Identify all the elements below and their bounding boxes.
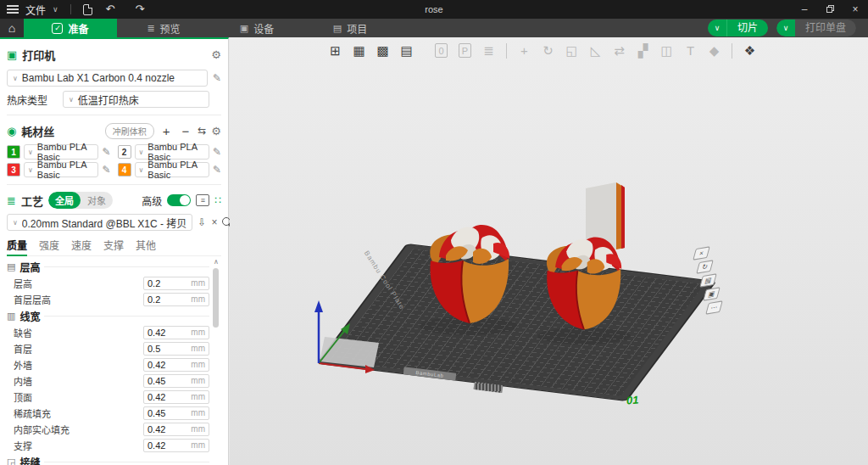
split-objects-icon[interactable]: ◫ <box>656 40 677 61</box>
filament-spool-icon: ◉ <box>7 125 16 137</box>
bed-type-select[interactable]: ∨ 低温打印热床 <box>63 91 209 108</box>
filament-edit-icon[interactable]: ✎ <box>102 164 110 176</box>
hamburger-menu-icon[interactable] <box>7 3 19 15</box>
split-view-icon[interactable]: ▤ <box>396 40 417 61</box>
inner-wall-line-width-input[interactable]: 0.45mm <box>143 374 209 388</box>
filament-select[interactable]: ∨ Bambu PLA Basic <box>135 144 209 160</box>
model-rose-2[interactable] <box>539 227 627 334</box>
arrange-plate-icon[interactable]: ▤ <box>699 273 716 287</box>
internal-solid-infill-line-width-input[interactable]: 0.42mm <box>143 423 209 436</box>
ams-sync-icon[interactable]: ⇆ <box>198 125 206 137</box>
advanced-toggle[interactable] <box>167 194 191 206</box>
add-model-icon[interactable]: ⊞ <box>325 40 346 61</box>
paste-icon[interactable]: P <box>454 40 476 61</box>
rotate-icon[interactable]: ↻ <box>537 40 559 61</box>
printer-icon: ▣ <box>7 48 17 61</box>
scroll-up-icon[interactable]: ∧ <box>211 258 221 266</box>
top-surface-line-width-input[interactable]: 0.42mm <box>143 390 209 404</box>
first-layer-height-input[interactable]: 0.2mm <box>143 293 209 306</box>
bed-type-label: 热床类型 <box>7 92 58 107</box>
first-layer-line-width-input[interactable]: 0.5mm <box>143 342 209 356</box>
layer-height-input[interactable]: 0.2mm <box>143 277 209 290</box>
parameter-list-icon[interactable]: ≡ <box>196 194 209 206</box>
print-dropdown-chevron-icon[interactable]: ∨ <box>776 20 795 36</box>
mirror-icon[interactable]: ⇄ <box>609 40 630 61</box>
printer-select[interactable]: ∨ Bambu Lab X1 Carbon 0.4 nozzle <box>7 70 208 87</box>
scrollbar-thumb[interactable] <box>213 268 219 328</box>
filament-edit-icon[interactable]: ✎ <box>213 164 221 176</box>
lay-flat-icon[interactable]: ◺ <box>585 40 606 61</box>
tab-strength[interactable]: 强度 <box>39 238 59 252</box>
slice-dropdown-chevron-icon[interactable]: ∨ <box>708 20 726 36</box>
filament-select[interactable]: ∨ Bambu PLA Basic <box>24 162 98 177</box>
layers-icon[interactable]: ≣ <box>478 40 499 61</box>
slice-button[interactable]: ∨ 切片 <box>708 20 768 36</box>
setting-row: 首层 0.5mm <box>7 340 209 356</box>
restore-button[interactable] <box>817 0 843 19</box>
tab-others[interactable]: 其他 <box>136 238 156 252</box>
outer-wall-line-width-input[interactable]: 0.42mm <box>143 358 209 372</box>
tab-prepare[interactable]: ✓ 准备 <box>24 19 117 37</box>
filament-color-badge[interactable]: 4 <box>118 163 131 176</box>
assembly-view-icon[interactable]: ❖ <box>739 40 760 61</box>
copy-icon[interactable]: 0 <box>431 40 452 61</box>
move-icon[interactable]: + <box>514 40 535 61</box>
chevron-down-icon: ∨ <box>13 75 18 82</box>
add-filament-button[interactable]: + <box>159 124 174 138</box>
viewport-3d[interactable]: ⊞ ▦ ▩ ▤ 0 P ≣ + ↻ ◱ ◺ ⇄ ▞ ◫ T ◆ ❖ <box>230 37 868 465</box>
close-button[interactable]: × <box>843 0 868 19</box>
paint-tool-icon[interactable]: ◆ <box>704 40 725 61</box>
filament-edit-icon[interactable]: ✎ <box>102 146 110 158</box>
new-project-icon[interactable] <box>83 4 92 15</box>
scale-icon[interactable]: ◱ <box>561 40 582 61</box>
filament-color-badge[interactable]: 2 <box>118 145 131 159</box>
filament-edit-icon[interactable]: ✎ <box>213 146 221 158</box>
minimize-button[interactable]: – <box>792 0 817 19</box>
scope-global-tab[interactable]: 全局 <box>48 192 81 209</box>
print-plate-button[interactable]: ∨ 打印单盘 <box>776 20 856 36</box>
tab-speed[interactable]: 速度 <box>71 238 92 252</box>
sparse-infill-line-width-input[interactable]: 0.45mm <box>143 406 209 420</box>
tab-support[interactable]: 支撑 <box>103 238 124 252</box>
support-line-width-input[interactable]: 0.42mm <box>143 439 209 452</box>
process-preset-select[interactable]: ∨ 0.20mm Standard @BBL X1C - 拷贝 <box>7 214 192 231</box>
setting-row: 顶面 0.42mm <box>7 389 209 405</box>
save-preset-icon[interactable]: ⇩ <box>198 216 206 228</box>
flush-volume-button[interactable]: 冲刷体积 <box>105 123 154 139</box>
file-menu[interactable]: 文件 <box>25 3 46 17</box>
scope-switch: 全局 对象 <box>48 192 113 209</box>
cut-icon[interactable]: ▞ <box>632 40 654 61</box>
plate-number-label[interactable]: 01 <box>626 394 638 407</box>
filament-color-badge[interactable]: 3 <box>7 163 20 176</box>
add-plate-icon[interactable]: ▦ <box>348 40 370 61</box>
home-button[interactable]: ⌂ <box>0 19 24 37</box>
plate-name-icon[interactable]: ⋯ <box>705 300 722 314</box>
model-rose-1[interactable] <box>422 215 515 328</box>
tab-device[interactable]: ▣ 设备 <box>210 19 303 37</box>
tab-preview[interactable]: ≣ 预览 <box>117 19 210 37</box>
auto-arrange-icon[interactable]: ▩ <box>372 40 393 61</box>
remove-filament-button[interactable]: − <box>179 124 193 138</box>
printer-settings-gear-icon[interactable]: ⚙ <box>211 48 221 61</box>
objects-table-icon[interactable]: ∷ <box>214 194 221 206</box>
clear-preset-icon[interactable]: × <box>211 216 217 228</box>
printer-edit-icon[interactable]: ✎ <box>213 72 221 84</box>
tab-project[interactable]: ▤ 项目 <box>303 19 397 37</box>
delete-plate-icon[interactable]: × <box>693 246 709 260</box>
text-tool-icon[interactable]: T <box>680 40 701 61</box>
file-menu-chevron-icon[interactable]: ∨ <box>53 5 58 14</box>
scope-objects-tab[interactable]: 对象 <box>81 192 113 209</box>
orient-plate-icon[interactable]: ↻ <box>696 260 713 273</box>
redo-icon[interactable]: ↷ <box>129 0 152 19</box>
default-line-width-input[interactable]: 0.42mm <box>143 326 209 339</box>
filament-select[interactable]: ∨ Bambu PLA Basic <box>135 162 209 177</box>
filament-settings-gear-icon[interactable]: ⚙ <box>211 125 221 137</box>
line-width-icon: ▥ <box>7 311 15 322</box>
undo-icon[interactable]: ↶ <box>99 0 122 19</box>
tab-quality[interactable]: 质量 <box>7 238 27 252</box>
filament-color-badge[interactable]: 1 <box>7 145 20 159</box>
lock-plate-icon[interactable]: ▣ <box>703 287 720 300</box>
prepare-icon: ✓ <box>52 23 63 34</box>
settings-scrollbar[interactable]: ∧ ∨ <box>211 258 221 465</box>
filament-select[interactable]: ∨ Bambu PLA Basic <box>24 144 98 160</box>
